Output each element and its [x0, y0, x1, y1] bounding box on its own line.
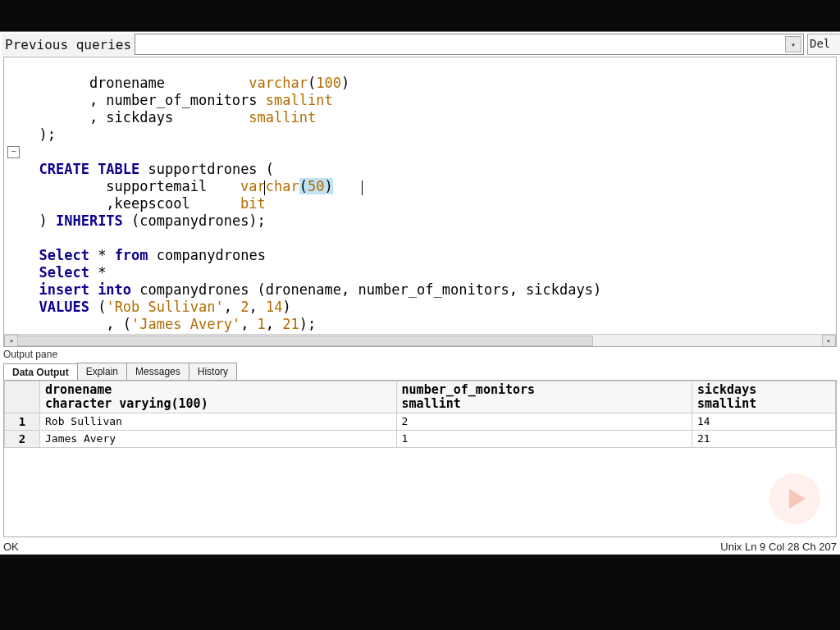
code-text: dronename [22, 75, 249, 91]
rownum-header [5, 381, 40, 413]
status-left: OK [3, 541, 19, 555]
table-header-row: dronenamecharacter varying(100) number_o… [5, 381, 836, 413]
col-header-monitors[interactable]: number_of_monitorssmallint [396, 381, 692, 413]
cell[interactable]: 14 [692, 413, 835, 431]
play-triangle-icon [789, 489, 806, 509]
play-watermark-icon [769, 473, 820, 524]
status-bar: OK Unix Ln 9 Col 28 Ch 207 [3, 541, 837, 555]
tab-explain[interactable]: Explain [77, 363, 127, 380]
status-right: Unix Ln 9 Col 28 Ch 207 [720, 541, 837, 555]
tab-data-output[interactable]: Data Output [3, 363, 78, 381]
result-grid[interactable]: dronenamecharacter varying(100) number_o… [3, 380, 837, 537]
table-row[interactable]: 1 Rob Sullivan 2 14 [5, 413, 836, 431]
cell[interactable]: Rob Sullivan [40, 413, 397, 431]
col-header-sickdays[interactable]: sickdayssmallint [692, 381, 835, 413]
rownum-cell: 1 [5, 413, 40, 431]
cell[interactable]: James Avery [40, 431, 397, 448]
table-row[interactable]: 2 James Avery 1 21 [5, 431, 836, 448]
secondary-cursor [362, 180, 363, 195]
sql-editor[interactable]: − dronename varchar(100) , number_of_mon… [3, 57, 837, 347]
code-type: varchar [249, 75, 308, 91]
tab-history[interactable]: History [189, 363, 237, 380]
tab-messages[interactable]: Messages [126, 363, 189, 380]
query-toolbar: Previous queries ▾ Del [2, 32, 840, 57]
app-window: Previous queries ▾ Del − dronename varch… [0, 31, 840, 559]
col-header-dronename[interactable]: dronenamecharacter varying(100) [40, 381, 397, 413]
scrollbar-thumb[interactable] [17, 336, 593, 346]
cell[interactable]: 1 [396, 431, 692, 448]
top-black-bar [0, 0, 840, 31]
result-table: dronenamecharacter varying(100) number_o… [4, 381, 836, 448]
horizontal-scrollbar[interactable]: ◂ ▸ [4, 334, 836, 346]
previous-queries-label: Previous queries [2, 34, 135, 56]
scroll-left-arrow-icon[interactable]: ◂ [4, 335, 18, 347]
text-cursor [264, 180, 265, 195]
delete-button[interactable]: Del [807, 34, 840, 55]
previous-queries-dropdown[interactable]: ▾ [135, 34, 804, 55]
chevron-down-icon[interactable]: ▾ [785, 36, 801, 52]
scroll-right-arrow-icon[interactable]: ▸ [822, 335, 836, 347]
cell[interactable]: 2 [396, 413, 692, 431]
code-area[interactable]: dronename varchar(100) , number_of_monit… [4, 57, 836, 335]
cell[interactable]: 21 [692, 431, 835, 448]
output-pane-label: Output pane [3, 349, 57, 360]
bottom-black-bar [0, 555, 840, 630]
output-tabs: Data Output Explain Messages History [3, 362, 837, 381]
rownum-cell: 2 [5, 431, 40, 448]
